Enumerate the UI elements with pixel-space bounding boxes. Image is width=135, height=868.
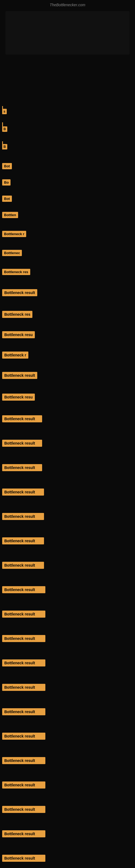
label-bottleneck-result15: Bottleneck result — [2, 708, 45, 715]
label-bottleneck-result20: Bottleneck result — [2, 830, 45, 837]
label-bottleneck-res2: Bottleneck res — [2, 311, 32, 318]
label-b1: B — [2, 126, 7, 132]
label-bot1: Bot — [2, 163, 12, 169]
label-bo2: Bo — [2, 179, 10, 186]
label-bottlenec: Bottlenec — [2, 250, 22, 256]
label-bottleneck-result17: Bottleneck result — [2, 757, 45, 764]
label-bottleneck-result3: Bottleneck result — [2, 415, 42, 422]
chart-area — [5, 11, 130, 55]
label-bot2: Bot — [2, 195, 12, 202]
label-bottleneck-result14: Bottleneck result — [2, 684, 45, 691]
label-bottleneck-resu2: Bottleneck resu — [2, 394, 35, 401]
label-s: s — [2, 109, 7, 114]
label-bottleneck-result12: Bottleneck result — [2, 635, 45, 642]
label-bottleneck-result10: Bottleneck result — [2, 586, 45, 593]
label-bottlen: Bottlen — [2, 212, 18, 218]
label-bottleneck-r2: Bottleneck r — [2, 351, 28, 359]
label-bottleneck-result13: Bottleneck result — [2, 659, 45, 666]
label-bottleneck-result11: Bottleneck result — [2, 611, 45, 618]
label-bottleneck-result16: Bottleneck result — [2, 733, 45, 740]
label-bottleneck-result1: Bottleneck result — [2, 289, 37, 296]
label-bottleneck-result4: Bottleneck result — [2, 440, 42, 447]
label-bottleneck-result9: Bottleneck result — [2, 562, 44, 569]
label-bo1: B — [2, 144, 7, 150]
label-bottleneck-result6: Bottleneck result — [2, 489, 44, 496]
label-bottleneck-result7: Bottleneck result — [2, 513, 44, 520]
label-bottleneck-result5: Bottleneck result — [2, 464, 42, 471]
label-bottleneck-result18: Bottleneck result — [2, 781, 45, 788]
label-bottleneck-resu1: Bottleneck resu — [2, 331, 35, 338]
label-bottleneck-result21: Bottleneck result — [2, 855, 45, 862]
label-bottleneck-r1: Bottleneck r — [2, 231, 26, 237]
label-bottleneck-result8: Bottleneck result — [2, 537, 44, 545]
label-bottleneck-result19: Bottleneck result — [2, 806, 45, 813]
label-bottleneck-result2: Bottleneck result — [2, 372, 37, 379]
site-title-text: TheBottlenecker.com — [0, 0, 135, 8]
label-bottleneck-res1: Bottleneck res — [2, 269, 30, 275]
